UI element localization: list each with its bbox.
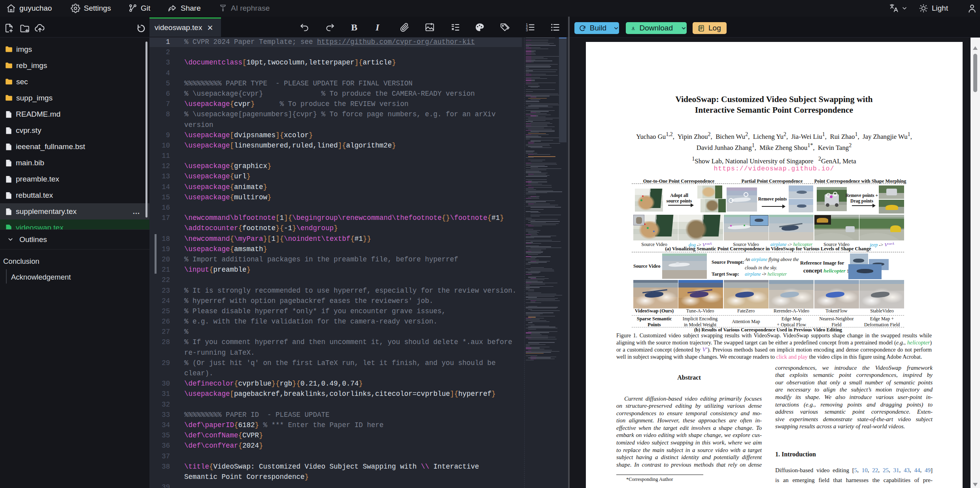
svg-text:3: 3 [526,28,528,32]
